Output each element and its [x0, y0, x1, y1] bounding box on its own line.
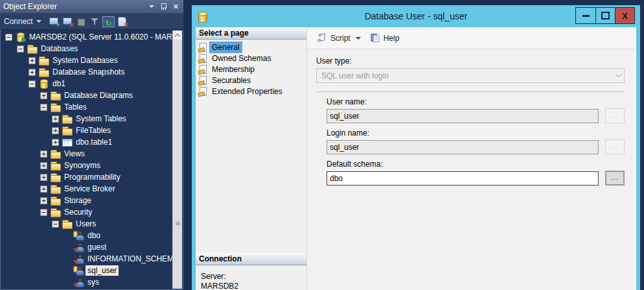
- page-item-securables[interactable]: Securables: [197, 75, 305, 86]
- stop-icon: [75, 16, 87, 27]
- window-position-icon[interactable]: [149, 5, 154, 8]
- tree-item-system-tables[interactable]: +System Tables: [1, 113, 172, 125]
- tree-item-db1[interactable]: −db1: [1, 78, 172, 90]
- tree-item-tables[interactable]: −Tables: [1, 101, 172, 113]
- folder-icon: [50, 90, 60, 101]
- tree-item-label: db1: [51, 79, 67, 89]
- scrollbar-thumb[interactable]: [173, 41, 182, 289]
- tree-item-database-snapshots[interactable]: +Database Snapshots: [1, 66, 172, 78]
- dialog-titlebar[interactable]: Database User - sql_user X: [196, 5, 636, 27]
- tree-item-storage[interactable]: +Storage: [1, 195, 172, 206]
- page-item-membership[interactable]: Membership: [197, 64, 305, 75]
- tree-item-dbo[interactable]: dbo: [1, 230, 172, 241]
- login-name-browse-button: ...: [605, 139, 625, 154]
- tree-item-service-broker[interactable]: +Service Broker: [1, 183, 172, 195]
- scrollbar-grip-icon: [176, 222, 180, 223]
- collapse-box-icon[interactable]: −: [40, 209, 47, 216]
- expand-box-icon[interactable]: +: [40, 197, 47, 204]
- script-button[interactable]: Script: [314, 31, 364, 45]
- tree-item-marsdb2-sql-server-11-0-6020-m[interactable]: −MARSDB2 (SQL Server 11.0.6020 - MARSD: [1, 31, 172, 43]
- x-badge-icon: ✕: [122, 21, 128, 29]
- refresh-icon[interactable]: ↻: [102, 16, 115, 27]
- user-type-combobox: SQL user with login: [316, 68, 625, 83]
- script-error-icon[interactable]: ✕: [116, 16, 128, 27]
- tree-item-label: Tables: [62, 102, 89, 112]
- chevron-down-icon[interactable]: [356, 37, 361, 40]
- connection-section: Connection Server: MARSDB2 Connection:: [196, 253, 306, 290]
- tree-item-sys[interactable]: sys: [1, 276, 172, 288]
- tree-item-security[interactable]: −Security: [1, 206, 172, 218]
- page-icon: [198, 76, 208, 85]
- maximize-button[interactable]: [595, 8, 615, 23]
- plus-badge-icon: +: [56, 21, 60, 29]
- tree-item-guest[interactable]: guest: [1, 241, 172, 253]
- default-schema-field[interactable]: [327, 171, 599, 186]
- page-item-extended-properties[interactable]: Extended Properties: [197, 86, 305, 97]
- user-db-icon: [73, 265, 84, 276]
- object-explorer-titlebar: Object Explorer ✕: [0, 0, 183, 14]
- tree-item-views[interactable]: +Views: [1, 148, 172, 160]
- disconnect-server-icon[interactable]: ✕: [62, 16, 74, 27]
- folder-icon: [50, 207, 60, 217]
- tree-item-label: Database Diagrams: [62, 90, 135, 101]
- folder-icon: [38, 67, 49, 77]
- expand-box-icon[interactable]: +: [40, 92, 47, 99]
- tree-item-information-schema[interactable]: INFORMATION_SCHEMA: [1, 253, 172, 265]
- tree-item-filetables[interactable]: +FileTables: [1, 125, 172, 136]
- database-mini-icon: [73, 231, 78, 237]
- collapse-box-icon[interactable]: −: [17, 45, 24, 53]
- page-item-owned-schemas[interactable]: Owned Schemas: [197, 53, 305, 64]
- status-running-icon: [21, 38, 26, 42]
- tree-item-label: Service Broker: [62, 184, 117, 194]
- expand-box-icon[interactable]: +: [52, 127, 59, 134]
- expand-box-icon[interactable]: +: [40, 174, 47, 181]
- expand-box-icon[interactable]: +: [40, 186, 47, 193]
- dialog-title: Database User - sql_user: [196, 11, 636, 21]
- main-pane: Script Help: [307, 27, 636, 290]
- minimize-button[interactable]: [576, 8, 595, 23]
- tree-item-label: guest: [86, 242, 108, 252]
- expand-box-icon[interactable]: +: [52, 115, 59, 123]
- expand-box-icon[interactable]: +: [52, 139, 59, 146]
- close-icon[interactable]: ✕: [173, 3, 179, 10]
- folder-icon: [50, 102, 60, 112]
- tree-item-label: Storage: [62, 195, 93, 206]
- page-icon: [198, 54, 208, 63]
- tree-item-synonyms[interactable]: +Synonyms: [1, 160, 172, 171]
- collapse-box-icon[interactable]: −: [29, 80, 36, 88]
- tree-item-label: FileTables: [74, 125, 113, 136]
- tree-item-users[interactable]: −Users: [1, 218, 172, 230]
- pin-icon[interactable]: [160, 3, 167, 11]
- database-icon: [38, 79, 49, 89]
- collapse-box-icon[interactable]: −: [5, 34, 12, 41]
- collapse-box-icon[interactable]: −: [52, 221, 59, 228]
- folder-icon: [50, 172, 60, 182]
- folder-icon: [62, 219, 72, 229]
- collapse-box-icon[interactable]: −: [40, 104, 47, 111]
- scroll-up-icon[interactable]: [173, 30, 182, 40]
- tree-item-database-diagrams[interactable]: +Database Diagrams: [1, 90, 172, 101]
- default-schema-browse-button[interactable]: ...: [605, 171, 625, 186]
- expand-box-icon[interactable]: +: [40, 162, 47, 169]
- page-item-label: Owned Schemas: [210, 53, 273, 64]
- user-blocked-icon: [73, 277, 84, 287]
- table-icon: [62, 137, 72, 147]
- chevron-down-icon: [615, 71, 622, 77]
- expand-box-icon[interactable]: +: [40, 151, 47, 158]
- close-button[interactable]: X: [615, 8, 634, 23]
- tree-item-dbo-table1[interactable]: +dbo.table1: [1, 136, 172, 148]
- help-label: Help: [384, 34, 400, 43]
- tree-scrollbar[interactable]: [172, 30, 182, 289]
- connect-server-icon[interactable]: +: [48, 16, 60, 27]
- expand-box-icon[interactable]: +: [29, 57, 36, 64]
- connection-header: Connection: [196, 253, 306, 265]
- connect-button[interactable]: Connect: [4, 17, 41, 26]
- tree-item-system-databases[interactable]: +System Databases: [1, 54, 172, 66]
- tree-item-programmability[interactable]: +Programmability: [1, 171, 172, 183]
- tree-item-sql-user[interactable]: sql_user: [1, 265, 172, 276]
- tree-item-label: dbo: [86, 230, 102, 241]
- expand-box-icon[interactable]: +: [29, 69, 36, 76]
- help-button[interactable]: Help: [367, 31, 403, 45]
- page-item-general[interactable]: General: [197, 42, 305, 53]
- tree-item-databases[interactable]: −Databases: [1, 43, 172, 54]
